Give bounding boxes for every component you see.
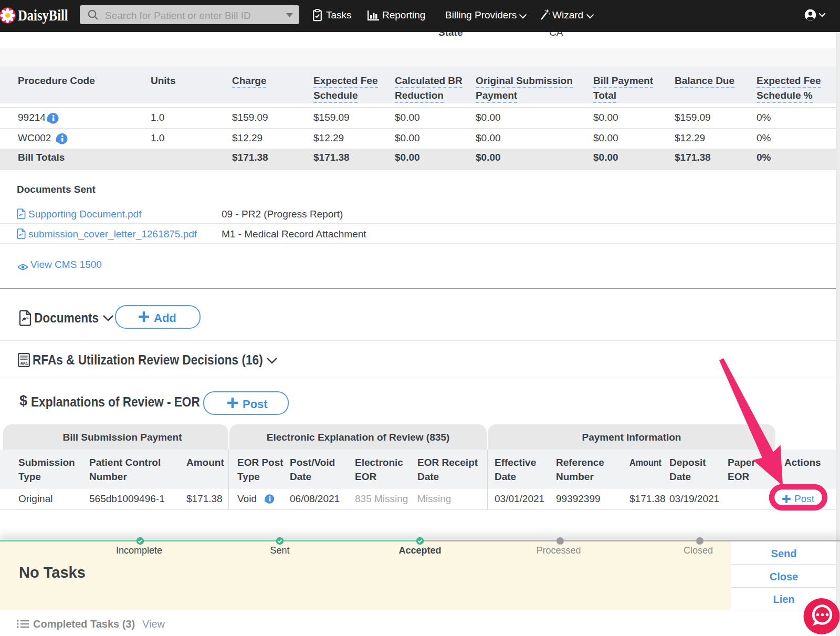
svg-text:RFA: RFA (20, 362, 28, 366)
